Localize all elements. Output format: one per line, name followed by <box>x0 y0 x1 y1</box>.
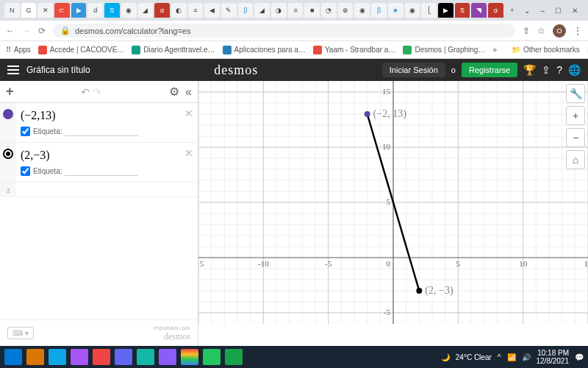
share-icon[interactable]: ⇪ <box>542 64 551 76</box>
tab[interactable]: α <box>488 3 503 18</box>
tab[interactable]: ◥ <box>471 3 487 18</box>
label-checkbox[interactable] <box>21 127 30 136</box>
taskbar-app-icon[interactable] <box>225 349 243 365</box>
expression-math[interactable]: (−2,13) <box>21 109 192 122</box>
tab[interactable]: ≡ <box>188 3 204 18</box>
tab[interactable]: β <box>238 3 254 18</box>
tab[interactable]: ◔ <box>321 3 337 18</box>
taskbar-app-icon[interactable] <box>159 349 176 365</box>
expression-row[interactable]: 2 (2,−3) ✕ Etiqueta: <box>0 143 198 183</box>
color-dot-icon[interactable] <box>3 149 13 159</box>
reload-button[interactable]: ⟳ <box>38 26 46 36</box>
label-input[interactable] <box>65 127 138 136</box>
label-input[interactable] <box>65 167 138 176</box>
tab[interactable]: ◉ <box>405 3 420 18</box>
color-dot-icon[interactable] <box>3 109 13 119</box>
tab[interactable]: ◐ <box>171 3 187 18</box>
delete-expression-icon[interactable]: ✕ <box>184 147 193 159</box>
help-icon[interactable]: ? <box>556 64 562 76</box>
new-tab-button[interactable]: + <box>505 3 520 18</box>
home-button[interactable]: ⌂ <box>566 150 585 169</box>
taskbar-app-icon[interactable] <box>49 349 66 365</box>
clock[interactable]: 10:18 PM 12/8/2021 <box>537 349 570 365</box>
profile-avatar[interactable]: O <box>553 24 566 38</box>
weather-text[interactable]: 24°C Clear <box>456 353 492 361</box>
menu-icon[interactable]: ⋮ <box>573 26 582 36</box>
add-expression-button[interactable]: + <box>6 84 14 99</box>
tab[interactable]: S <box>104 3 120 18</box>
taskbar-app-icon[interactable] <box>71 349 88 365</box>
tab[interactable]: ◉ <box>121 3 137 18</box>
tab[interactable]: ▶ <box>438 3 453 18</box>
volume-icon[interactable]: 🔊 <box>522 353 531 361</box>
graph-canvas[interactable]: -15-10-551015-5510150(−2, 13)(2, −3) 🔧 +… <box>198 81 588 346</box>
collapse-sidebar-icon[interactable]: « <box>185 85 192 99</box>
expression-row[interactable]: 1 (−2,13) ✕ Etiqueta: <box>0 103 198 143</box>
taskbar-app-icon[interactable] <box>93 349 110 365</box>
tab[interactable]: ⊕ <box>338 3 354 18</box>
apps-button[interactable]: ⠿Apps <box>6 46 31 54</box>
taskbar-app-icon[interactable] <box>115 349 132 365</box>
taskbar-app-icon[interactable] <box>181 349 198 365</box>
tray-chevron-icon[interactable]: ^ <box>498 353 501 361</box>
back-button[interactable]: ← <box>6 26 15 36</box>
taskbar-app-icon[interactable] <box>137 349 154 365</box>
bookmark-item[interactable]: Yaam - Strandbar a… <box>313 46 396 54</box>
wifi-icon[interactable]: 📶 <box>507 353 516 361</box>
start-button[interactable] <box>4 349 22 365</box>
tab-active[interactable]: G <box>21 3 37 18</box>
zoom-out-button[interactable]: − <box>566 128 585 147</box>
maximize-button[interactable]: ☐ <box>555 7 562 15</box>
url-input[interactable]: 🔒 desmos.com/calculator?lang=es <box>53 24 515 38</box>
weather-icon[interactable]: 🌙 <box>441 353 450 361</box>
undo-button[interactable]: ↶ <box>81 86 90 98</box>
zoom-in-button[interactable]: + <box>566 106 585 125</box>
tab[interactable]: ⊂ <box>54 3 70 18</box>
tab[interactable]: ■ <box>304 3 320 18</box>
register-button[interactable]: Registrarse <box>462 63 517 77</box>
tab[interactable]: ◢ <box>254 3 270 18</box>
tab[interactable]: ◉ <box>354 3 370 18</box>
tab[interactable]: S <box>455 3 470 18</box>
tab[interactable]: d <box>87 3 103 18</box>
trophy-icon[interactable]: 🏆 <box>523 64 536 76</box>
tab[interactable]: ✎ <box>221 3 237 18</box>
hamburger-icon[interactable] <box>7 66 19 74</box>
other-bookmarks[interactable]: 📁Other bookmarks <box>512 46 580 54</box>
tab[interactable]: ◢ <box>138 3 154 18</box>
notifications-icon[interactable]: 💬 <box>575 353 584 361</box>
taskbar-app-icon[interactable] <box>26 349 44 365</box>
minimize-button[interactable]: – <box>540 7 545 15</box>
delete-expression-icon[interactable]: ✕ <box>184 107 193 119</box>
bookmark-item[interactable]: Desmos | Graphing… <box>403 46 485 54</box>
tab[interactable]: ≡ <box>288 3 304 18</box>
tab[interactable]: ✕ <box>37 3 53 18</box>
login-button[interactable]: Iniciar Sesión <box>382 63 445 77</box>
label-checkbox[interactable] <box>21 166 30 176</box>
expression-math[interactable]: (2,−3) <box>21 149 192 162</box>
wrench-icon[interactable]: 🔧 <box>566 84 585 103</box>
redo-button[interactable]: ↷ <box>93 86 101 98</box>
forward-button[interactable]: → <box>22 26 31 36</box>
bookmark-item[interactable]: Diario Agenttravel.e… <box>132 46 215 54</box>
settings-icon[interactable]: ⚙ <box>169 85 179 99</box>
close-button[interactable]: ✕ <box>572 7 578 15</box>
taskbar-app-icon[interactable] <box>203 349 220 365</box>
empty-expression-row[interactable]: 3 <box>0 183 198 197</box>
tab[interactable]: α <box>154 3 170 18</box>
star-icon[interactable]: ☆ <box>537 26 545 36</box>
bookmark-item[interactable]: Accede | CACOOVE… <box>38 46 125 54</box>
tab[interactable]: ⎩ <box>421 3 437 18</box>
language-icon[interactable]: 🌐 <box>568 64 581 76</box>
tab[interactable]: β <box>371 3 387 18</box>
graph-title[interactable]: Gráfica sin título <box>26 65 90 75</box>
tab-overflow-icon[interactable]: ⌄ <box>520 7 534 15</box>
tab[interactable]: ◀ <box>204 3 220 18</box>
keyboard-button[interactable]: ⌨ ▾ <box>7 327 34 339</box>
bookmark-overflow[interactable]: » <box>492 46 497 54</box>
tab[interactable]: N <box>4 3 20 18</box>
bookmark-item[interactable]: Aplicaciones para a… <box>223 46 306 54</box>
share-icon[interactable]: ⇪ <box>523 26 530 36</box>
tab[interactable]: ▶ <box>71 3 87 18</box>
tab[interactable]: ◑ <box>271 3 287 18</box>
